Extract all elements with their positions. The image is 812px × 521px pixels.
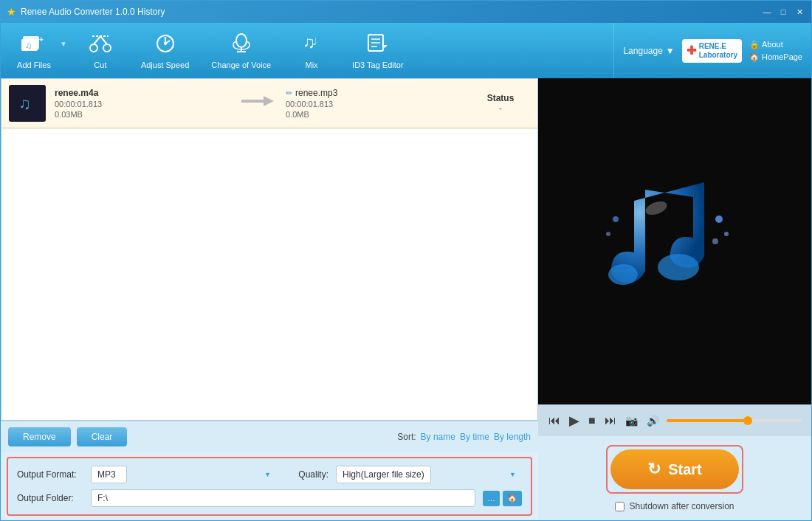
output-duration: 00:00:01.813 bbox=[286, 100, 462, 108]
titlebar: ★ Renee Audio Converter 1.0.0 History — … bbox=[1, 1, 811, 23]
svg-point-4 bbox=[90, 44, 97, 52]
sort-by-name[interactable]: By name bbox=[421, 432, 455, 442]
quality-select[interactable]: High(Larger file size) Medium Low bbox=[336, 466, 431, 483]
about-home-links: 🔒 About 🏠 HomePage bbox=[749, 40, 802, 62]
quality-label: Quality: bbox=[284, 469, 328, 480]
language-dropdown-icon: ▼ bbox=[666, 46, 675, 56]
adjust-speed-icon bbox=[153, 32, 178, 59]
open-folder-button[interactable]: 🏠 bbox=[503, 491, 522, 506]
skip-back-button[interactable]: ⏮ bbox=[547, 413, 562, 429]
svg-point-13 bbox=[236, 34, 247, 47]
output-folder-label: Output Folder: bbox=[17, 493, 83, 503]
skip-forward-button[interactable]: ⏭ bbox=[603, 413, 618, 429]
start-area: ↻ Start Shutdown after conversion bbox=[538, 436, 811, 520]
lock-icon: 🔒 bbox=[749, 40, 760, 49]
cut-button[interactable]: Cut bbox=[75, 29, 126, 72]
about-link[interactable]: 🔒 About bbox=[749, 40, 802, 49]
svg-point-12 bbox=[164, 42, 167, 45]
homepage-link[interactable]: 🏠 HomePage bbox=[749, 52, 802, 62]
svg-point-27 bbox=[608, 264, 638, 285]
table-row: ♫ renee.m4a 00:00:01.813 0.03MB bbox=[1, 79, 537, 128]
add-files-label: Add Files bbox=[17, 61, 51, 69]
rene-text: RENE.E Laboratory bbox=[699, 42, 737, 60]
toolbar: ♫ + Add Files ▼ Cut bbox=[1, 23, 613, 78]
svg-text:+: + bbox=[39, 35, 44, 44]
change-of-voice-button[interactable]: Change of Voice bbox=[204, 29, 278, 72]
id3-tag-editor-button[interactable]: ID3 Tag Editor bbox=[345, 29, 411, 72]
svg-point-26 bbox=[658, 254, 699, 280]
toolbar-area: ♫ + Add Files ▼ Cut bbox=[1, 23, 811, 78]
svg-point-5 bbox=[103, 44, 111, 52]
stop-button[interactable]: ■ bbox=[587, 413, 597, 429]
mix-button[interactable]: ♫ ♩ Mix bbox=[286, 29, 337, 72]
change-of-voice-label: Change of Voice bbox=[211, 61, 271, 69]
browse-button[interactable]: … bbox=[483, 491, 500, 506]
volume-slider[interactable] bbox=[667, 419, 802, 422]
app-logo: ★ bbox=[7, 6, 16, 18]
screenshot-button[interactable]: 📷 bbox=[624, 413, 639, 428]
maximize-button[interactable]: □ bbox=[777, 6, 789, 18]
mix-icon: ♫ ♩ bbox=[299, 32, 324, 59]
cut-label: Cut bbox=[94, 61, 106, 69]
remove-button[interactable]: Remove bbox=[8, 427, 71, 446]
start-button[interactable]: ↻ Start bbox=[610, 449, 739, 489]
close-button[interactable]: ✕ bbox=[794, 6, 805, 18]
svg-point-31 bbox=[712, 238, 718, 244]
id3-tag-label: ID3 Tag Editor bbox=[352, 61, 404, 69]
add-files-icon: ♫ + bbox=[21, 32, 47, 59]
language-button[interactable]: Language ▼ bbox=[623, 46, 674, 56]
minimize-button[interactable]: — bbox=[761, 6, 773, 18]
svg-point-32 bbox=[613, 216, 619, 222]
content-area: ♫ renee.m4a 00:00:01.813 0.03MB bbox=[1, 78, 811, 520]
adjust-speed-button[interactable]: Adjust Speed bbox=[134, 29, 196, 72]
output-folder-input[interactable] bbox=[91, 489, 475, 507]
change-of-voice-icon bbox=[229, 32, 254, 59]
right-panel: ⏮ ▶ ■ ⏭ 📷 🔊 ↻ Start bbox=[538, 78, 811, 520]
output-filename: ✏ renee.mp3 bbox=[286, 88, 462, 98]
adjust-speed-label: Adjust Speed bbox=[141, 61, 189, 69]
svg-rect-24 bbox=[241, 100, 264, 103]
svg-point-33 bbox=[606, 232, 610, 236]
clear-button[interactable]: Clear bbox=[77, 427, 128, 446]
svg-line-6 bbox=[94, 36, 100, 44]
folder-row: Output Folder: … 🏠 bbox=[17, 489, 522, 507]
volume-thumb bbox=[743, 416, 752, 425]
preview-area bbox=[538, 78, 811, 404]
settings-bar: Output Format: MP3 AAC WAV FLAC Quality:… bbox=[7, 457, 532, 516]
start-refresh-icon: ↻ bbox=[647, 460, 661, 479]
sort-area: Sort: By name By time By length bbox=[397, 432, 531, 442]
svg-point-28 bbox=[644, 199, 669, 217]
volume-button[interactable]: 🔊 bbox=[645, 413, 661, 428]
folder-buttons: … 🏠 bbox=[483, 491, 522, 506]
svg-text:♫: ♫ bbox=[25, 41, 32, 51]
play-button[interactable]: ▶ bbox=[568, 411, 581, 430]
output-format-select[interactable]: MP3 AAC WAV FLAC bbox=[91, 466, 127, 483]
output-format-wrapper: MP3 AAC WAV FLAC bbox=[91, 466, 277, 483]
add-files-button[interactable]: ♫ + Add Files bbox=[8, 29, 60, 72]
svg-text:♩: ♩ bbox=[312, 35, 317, 47]
app-title: Renee Audio Converter 1.0.0 History bbox=[21, 7, 761, 17]
id3-tag-icon bbox=[365, 32, 390, 59]
input-file-info: renee.m4a 00:00:01.813 0.03MB bbox=[55, 88, 231, 119]
cut-icon bbox=[88, 32, 113, 59]
input-size: 0.03MB bbox=[55, 110, 231, 119]
sort-by-length[interactable]: By length bbox=[494, 432, 531, 442]
rene-cross-icon: ✚ bbox=[687, 44, 696, 58]
svg-marker-25 bbox=[264, 96, 274, 106]
music-preview-icon bbox=[601, 160, 749, 322]
file-list: ♫ renee.m4a 00:00:01.813 0.03MB bbox=[1, 78, 538, 421]
file-thumbnail: ♫ bbox=[9, 85, 46, 122]
status-label: Status bbox=[471, 93, 530, 103]
output-format-label: Output Format: bbox=[17, 469, 83, 480]
sort-by-time[interactable]: By time bbox=[460, 432, 489, 442]
input-duration: 00:00:01.813 bbox=[55, 100, 231, 108]
input-filename: renee.m4a bbox=[55, 88, 231, 98]
start-button-wrapper: ↻ Start bbox=[606, 445, 743, 494]
shutdown-checkbox[interactable] bbox=[615, 502, 625, 511]
edit-icon: ✏ bbox=[286, 89, 292, 98]
home-icon: 🏠 bbox=[749, 52, 760, 62]
rene-logo: ✚ RENE.E Laboratory bbox=[682, 39, 742, 63]
shutdown-label: Shutdown after conversion bbox=[629, 501, 734, 511]
convert-arrow-icon bbox=[240, 90, 277, 117]
svg-point-30 bbox=[724, 232, 729, 236]
